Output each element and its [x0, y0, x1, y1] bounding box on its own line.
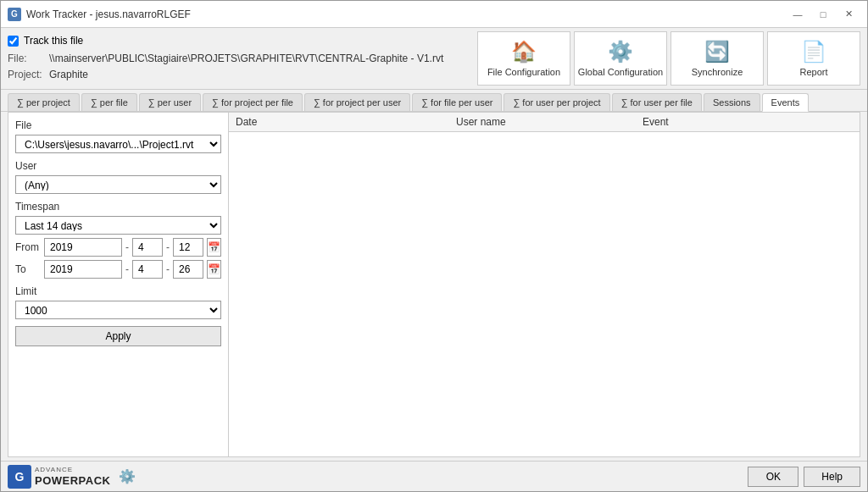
ok-button[interactable]: OK: [748, 467, 798, 487]
report-icon: 📄: [801, 40, 826, 64]
logo-text: ADVANCE POWERPACK: [35, 466, 110, 487]
tab-per-user[interactable]: ∑ per user: [139, 93, 201, 111]
col-header-event: Event: [643, 116, 853, 128]
meta-area: Track this file File: \\mainserver\PUBLI…: [8, 31, 470, 86]
user-field-group: User (Any): [15, 160, 221, 194]
global-configuration-button[interactable]: ⚙️ Global Configuration: [574, 31, 667, 86]
apply-button[interactable]: Apply: [15, 326, 221, 346]
file-field-label: File: [15, 119, 221, 131]
tab-per-project[interactable]: ∑ per project: [8, 93, 80, 111]
tab-for-user-per-project[interactable]: ∑ for user per project: [504, 93, 609, 111]
user-select[interactable]: (Any): [15, 175, 221, 194]
to-calendar-button[interactable]: 📅: [207, 260, 221, 279]
top-section: Track this file File: \\mainserver\PUBLI…: [1, 28, 867, 90]
limit-field-group: Limit 1000: [15, 285, 221, 319]
to-year-input[interactable]: [44, 260, 122, 279]
to-sep1: -: [125, 263, 129, 275]
file-label: File:: [8, 53, 46, 64]
col-header-date: Date: [236, 116, 456, 128]
logo-advance: ADVANCE: [35, 466, 110, 474]
from-month-input[interactable]: [132, 238, 163, 257]
to-sep2: -: [166, 263, 170, 275]
from-label: From: [15, 241, 41, 253]
maximize-button[interactable]: □: [811, 6, 835, 23]
limit-select[interactable]: 1000: [15, 301, 221, 319]
tab-for-file-per-user[interactable]: ∑ for file per user: [412, 93, 502, 111]
window-title: Work Tracker - jesus.navarroRLGEF: [26, 8, 191, 20]
col-header-user: User name: [456, 116, 643, 128]
tab-per-file[interactable]: ∑ per file: [81, 93, 137, 111]
main-window: G Work Tracker - jesus.navarroRLGEF — □ …: [0, 0, 868, 492]
title-bar-left: G Work Tracker - jesus.navarroRLGEF: [8, 8, 191, 21]
timespan-field-group: Timespan Last 14 days From - - 📅 To -: [15, 201, 221, 279]
logo-icon: G: [8, 465, 31, 489]
tab-for-project-per-file[interactable]: ∑ for project per file: [203, 93, 303, 111]
report-label: Report: [799, 67, 827, 77]
synchronize-button[interactable]: 🔄 Synchronize: [670, 31, 764, 86]
tab-events[interactable]: Events: [762, 93, 810, 112]
from-year-input[interactable]: [44, 238, 122, 257]
logo-powerpack: POWERPACK: [35, 474, 110, 488]
file-field-group: File C:\Users\jesus.navarro\...\Project1…: [15, 119, 221, 153]
table-header: Date User name Event: [229, 113, 860, 132]
limit-label: Limit: [15, 285, 221, 297]
project-label: Project:: [8, 69, 46, 80]
project-row: Project: Graphite: [8, 69, 470, 80]
to-month-input[interactable]: [132, 260, 163, 279]
powerpack-logo: G ADVANCE POWERPACK: [8, 465, 110, 489]
tab-for-user-per-file[interactable]: ∑ for user per file: [612, 93, 702, 111]
project-value: Graphite: [49, 69, 88, 80]
close-button[interactable]: ✕: [837, 6, 860, 23]
main-content: File C:\Users\jesus.navarro\...\Project1…: [8, 112, 860, 457]
home-icon: 🏠: [511, 40, 537, 64]
timespan-select[interactable]: Last 14 days: [15, 216, 221, 235]
file-configuration-button[interactable]: 🏠 File Configuration: [477, 31, 570, 86]
from-sep2: -: [166, 241, 170, 253]
from-calendar-button[interactable]: 📅: [207, 238, 221, 257]
tabs-bar: ∑ per project ∑ per file ∑ per user ∑ fo…: [1, 90, 867, 112]
settings-icon-button[interactable]: ⚙️: [115, 465, 139, 489]
title-bar: G Work Tracker - jesus.navarroRLGEF — □ …: [1, 1, 867, 28]
timespan-label: Timespan: [15, 201, 221, 213]
track-row: Track this file: [8, 35, 470, 47]
right-panel: Date User name Event: [229, 113, 860, 456]
tab-sessions[interactable]: Sessions: [704, 93, 760, 111]
to-label: To: [15, 263, 41, 275]
minimize-button[interactable]: —: [786, 6, 810, 23]
help-button[interactable]: Help: [804, 467, 860, 487]
sync-icon: 🔄: [704, 40, 730, 64]
tab-for-project-per-user[interactable]: ∑ for project per user: [304, 93, 410, 111]
to-day-input[interactable]: [173, 260, 203, 279]
left-panel: File C:\Users\jesus.navarro\...\Project1…: [8, 113, 229, 456]
user-field-label: User: [15, 160, 221, 172]
file-config-label: File Configuration: [487, 67, 560, 77]
file-row: File: \\mainserver\PUBLIC\Stagiaire\PROJ…: [8, 53, 470, 64]
bottom-right: OK Help: [748, 467, 860, 487]
toolbar-buttons: 🏠 File Configuration ⚙️ Global Configura…: [477, 31, 860, 86]
synchronize-label: Synchronize: [692, 67, 743, 77]
from-day-input[interactable]: [173, 238, 203, 257]
app-icon: G: [8, 8, 21, 21]
report-button[interactable]: 📄 Report: [767, 31, 860, 86]
track-checkbox[interactable]: [8, 36, 19, 47]
file-select[interactable]: C:\Users\jesus.navarro\...\Project1.rvt: [15, 135, 221, 153]
window-controls: — □ ✕: [786, 6, 860, 23]
from-date-row: From - - 📅: [15, 238, 221, 257]
track-label: Track this file: [24, 35, 83, 47]
from-sep1: -: [125, 241, 129, 253]
gear-icon: ⚙️: [608, 40, 633, 64]
table-body: [229, 132, 860, 456]
bottom-left: G ADVANCE POWERPACK ⚙️: [8, 465, 139, 489]
bottom-bar: G ADVANCE POWERPACK ⚙️ OK Help: [1, 461, 867, 491]
file-value: \\mainserver\PUBLIC\Stagiaire\PROJETS\GR…: [49, 53, 443, 64]
to-date-row: To - - 📅: [15, 260, 221, 279]
global-config-label: Global Configuration: [578, 67, 663, 77]
